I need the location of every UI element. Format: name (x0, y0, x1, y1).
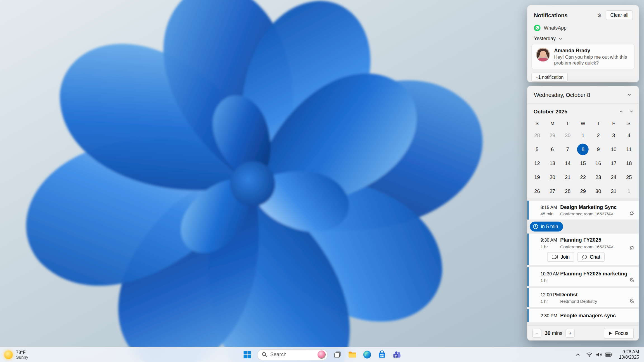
calendar-day-28[interactable]: 28 (529, 128, 545, 142)
notifications-title: Notifications (534, 12, 567, 18)
event-duration: 1 hr (541, 278, 560, 283)
teams-button[interactable] (390, 348, 403, 361)
search-highlight-image (318, 351, 326, 359)
calendar-day-27[interactable]: 27 (545, 184, 560, 198)
bell-off-icon (629, 277, 634, 282)
file-explorer-button[interactable] (346, 348, 359, 361)
event-duration: 1 hr (541, 299, 560, 304)
calendar-day-15[interactable]: 15 (575, 156, 591, 170)
event-card[interactable]: 9:30 AM Planning FY2025 1 hr Conference … (527, 233, 639, 266)
event-time: 10:30 AM (541, 271, 560, 276)
calendar-day-28[interactable]: 28 (560, 184, 576, 198)
calendar-day-13[interactable]: 13 (545, 156, 560, 170)
task-view-button[interactable] (331, 348, 344, 361)
calendar-day-23[interactable]: 23 (591, 170, 606, 184)
calendar-day-6[interactable]: 6 (545, 142, 560, 156)
calendar-day-12[interactable]: 12 (529, 156, 545, 170)
prev-month-button[interactable] (618, 108, 624, 114)
clock-time: 9:28 AM (622, 349, 639, 354)
calendar-day-11[interactable]: 11 (621, 142, 637, 156)
bell-off-icon (629, 298, 634, 303)
hidden-icons-chevron[interactable] (574, 351, 582, 359)
calendar-day-8[interactable]: 8 (575, 142, 591, 156)
calendar-day-9[interactable]: 9 (591, 142, 606, 156)
calendar-day-24[interactable]: 24 (606, 170, 621, 184)
calendar-day-18[interactable]: 18 (621, 156, 637, 170)
notification-settings-icon[interactable]: ⚙ (597, 13, 602, 18)
calendar-day-20[interactable]: 20 (545, 170, 560, 184)
calendar-day-4[interactable]: 4 (621, 128, 637, 142)
calendar-day-31[interactable]: 31 (606, 184, 621, 198)
calendar-day-1[interactable]: 1 (575, 128, 591, 142)
calendar-day-22[interactable]: 22 (575, 170, 591, 184)
event-duration: 1 hr (541, 244, 560, 249)
join-button[interactable]: Join (547, 252, 574, 262)
calendar-day-2[interactable]: 2 (591, 128, 606, 142)
collapse-calendar-button[interactable] (623, 90, 635, 100)
calendar-flyout: Wednesday, October 8 October 2025 SMTWTF… (527, 86, 639, 340)
calendar-day-26[interactable]: 26 (529, 184, 545, 198)
event-card[interactable]: 10:30 AM Planning FY2025 marketing 1 hr (527, 267, 639, 287)
calendar-day-10[interactable]: 10 (606, 142, 621, 156)
notification-card[interactable]: Amanda Brady Hey! Can you help me out wi… (531, 44, 634, 69)
sun-icon (4, 350, 13, 359)
day-of-week-label: S (621, 119, 637, 128)
camera-icon (551, 254, 558, 259)
event-card[interactable]: 2:30 PM People managers sync (527, 309, 639, 322)
system-tray[interactable] (584, 350, 615, 359)
decrease-minutes-button[interactable]: − (532, 328, 541, 337)
app-name-label: WhatsApp (544, 25, 566, 31)
event-duration: 45 min (541, 211, 560, 216)
taskbar-clock[interactable]: 9:28 AM 10/8/2025 (617, 349, 642, 360)
calendar-day-29[interactable]: 29 (575, 184, 591, 198)
calendar-day-3[interactable]: 3 (606, 128, 621, 142)
event-location: Conference room 16537/AV (560, 211, 613, 216)
edge-button[interactable] (361, 348, 374, 361)
calendar-day-headers: SMTWTFS (527, 119, 639, 128)
calendar-day-16[interactable]: 16 (591, 156, 606, 170)
more-notifications-button[interactable]: +1 notification (531, 73, 568, 82)
calendar-day-21[interactable]: 21 (560, 170, 576, 184)
microsoft-store-button[interactable] (375, 348, 389, 361)
weather-widget[interactable]: 78°F Sunny (4, 347, 28, 362)
calendar-day-30[interactable]: 30 (591, 184, 606, 198)
focus-button[interactable]: Focus (604, 328, 634, 338)
event-accent-bar (527, 201, 529, 220)
recurrence-icon (629, 245, 634, 250)
reminder-badge[interactable]: in 5 min (530, 222, 563, 231)
start-button[interactable] (241, 348, 254, 361)
chat-button[interactable]: Chat (577, 252, 605, 262)
search-input[interactable]: Search (257, 349, 328, 360)
event-card[interactable]: 12:00 PM Dentist 1 hr Redmond Dentistry (527, 288, 639, 308)
notification-day-group-header[interactable]: Yesterday (527, 32, 639, 44)
notification-app-group-header[interactable]: WhatsApp (527, 23, 639, 32)
calendar-day-30[interactable]: 30 (560, 128, 576, 142)
clear-all-button[interactable]: Clear all (606, 10, 633, 20)
calendar-day-19[interactable]: 19 (529, 170, 545, 184)
event-accent-bar (527, 234, 529, 265)
calendar-day-17[interactable]: 17 (606, 156, 621, 170)
event-time: 8:15 AM (541, 205, 560, 210)
chevron-down-icon (558, 36, 563, 41)
notification-sender: Amanda Brady (554, 47, 630, 53)
next-month-button[interactable] (628, 108, 634, 114)
notification-message: Hey! Can you help me out with this probl… (554, 54, 630, 66)
event-location: Redmond Dentistry (560, 299, 597, 304)
event-card[interactable]: 8:15 AM Design Marketing Sync 45 min Con… (527, 200, 639, 220)
avatar (536, 47, 550, 61)
calendar-day-1[interactable]: 1 (621, 184, 637, 198)
day-group-label: Yesterday (534, 36, 556, 42)
calendar-day-7[interactable]: 7 (560, 142, 576, 156)
calendar-day-25[interactable]: 25 (621, 170, 637, 184)
increase-minutes-button[interactable]: + (566, 328, 575, 337)
calendar-grid: 2829301234567891011121314151617181920212… (527, 128, 639, 198)
focus-label: Focus (615, 330, 628, 336)
event-title: Planning FY2025 marketing (560, 271, 627, 277)
calendar-day-29[interactable]: 29 (545, 128, 560, 142)
day-of-week-label: S (529, 119, 545, 128)
calendar-day-14[interactable]: 14 (560, 156, 576, 170)
calendar-day-5[interactable]: 5 (529, 142, 545, 156)
focus-session-bar: − 30 mins + Focus (527, 325, 639, 340)
whatsapp-icon (534, 25, 541, 31)
notifications-header: Notifications ⚙ Clear all (527, 5, 639, 23)
